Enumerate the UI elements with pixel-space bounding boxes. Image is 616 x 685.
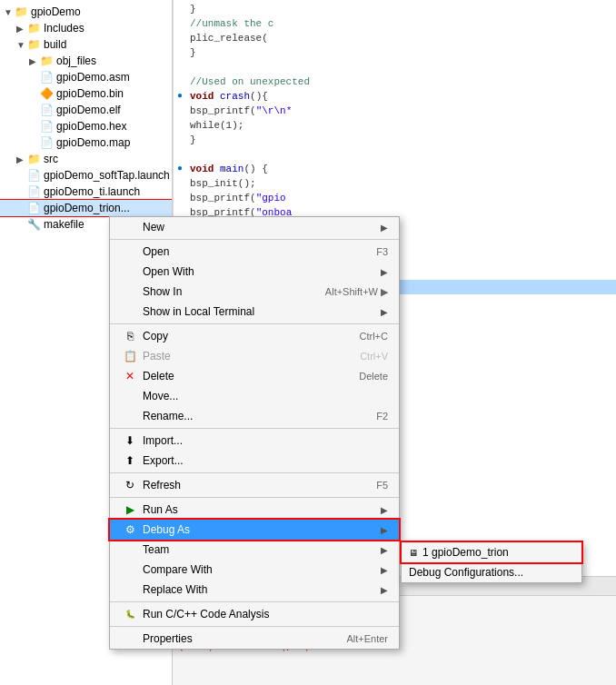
tree-item-obj-files[interactable]: ▶ 📁 obj_files <box>0 53 172 69</box>
menu-item-new[interactable]: New ▶ <box>110 217 399 237</box>
tree-item-bin[interactable]: ▶ 🔶 gpioDemo.bin <box>0 85 172 102</box>
code-line-crash: ● void crash(){ <box>174 91 616 105</box>
tree-item-src[interactable]: ▶ 📁 src <box>0 151 172 167</box>
submenu-item-debug-configs[interactable]: Debug Configurations... <box>402 562 581 582</box>
code-line: bsp_init(); <box>174 178 616 193</box>
expand-arrow: ▶ <box>16 154 25 164</box>
menu-label: Copy <box>143 330 342 342</box>
file-icon: 📄 <box>40 120 54 133</box>
tree-item-ti[interactable]: ▶ 📄 gpioDemo_ti.launch <box>0 184 172 200</box>
expand-arrow: ▼ <box>4 7 13 17</box>
tree-item-build[interactable]: ▼ 📁 build <box>0 36 172 53</box>
menu-item-run-analysis[interactable]: 🐛 Run C/C++ Code Analysis <box>110 604 399 624</box>
tree-item-hex[interactable]: ▶ 📄 gpioDemo.hex <box>0 118 172 134</box>
code-line: } <box>174 4 616 18</box>
menu-item-copy[interactable]: ⎘ Copy Ctrl+C <box>110 326 399 346</box>
run-icon: ▶ <box>121 503 139 516</box>
tree-label: gpioDemo.hex <box>56 120 126 133</box>
separator <box>110 626 399 627</box>
submenu-arrow: ▶ <box>381 223 388 233</box>
menu-label: Export... <box>143 454 388 467</box>
separator <box>110 601 399 602</box>
debug-as-submenu: 🖥 1 gpioDemo_trion Debug Configurations.… <box>401 541 582 583</box>
menu-label: Open With <box>143 265 381 278</box>
expand-arrow: ▶ <box>16 24 25 34</box>
file-icon: 🔶 <box>40 87 54 100</box>
line-marker: ● <box>177 164 190 174</box>
file-icon: 📄 <box>40 136 54 149</box>
menu-label: Run As <box>143 503 381 516</box>
menu-item-open-with[interactable]: Open With ▶ <box>110 262 399 282</box>
menu-item-rename[interactable]: Rename... F2 <box>110 406 399 426</box>
menu-item-run-as[interactable]: ▶ Run As ▶ <box>110 500 399 520</box>
tree-item-trion[interactable]: ▶ 📄 gpioDemo_trion... <box>0 200 172 216</box>
menu-item-show-local-terminal[interactable]: Show in Local Terminal ▶ <box>110 302 399 322</box>
tree-item-gpiodemo[interactable]: ▼ 📁 gpioDemo <box>0 4 172 20</box>
code-line: plic_release( <box>174 33 616 47</box>
folder-icon: 📁 <box>27 38 41 51</box>
code-line <box>174 62 616 76</box>
code-text: void main() { <box>190 164 612 174</box>
code-text: while(1); <box>190 120 612 131</box>
menu-item-properties[interactable]: Properties Alt+Enter <box>110 629 399 649</box>
tree-item-includes[interactable]: ▶ 📁 Includes <box>0 20 172 36</box>
folder-icon: 📁 <box>40 55 54 67</box>
file-icon: 📄 <box>40 104 54 116</box>
debug-config-icon: 🖥 <box>409 548 418 558</box>
code-text: } <box>190 134 612 145</box>
refresh-icon: ↻ <box>121 479 139 491</box>
menu-item-paste[interactable]: 📋 Paste Ctrl+V <box>110 346 399 366</box>
menu-item-export[interactable]: ⬆ Export... <box>110 451 399 471</box>
menu-item-move[interactable]: Move... <box>110 386 399 406</box>
tree-item-asm[interactable]: ▶ 📄 gpioDemo.asm <box>0 69 172 85</box>
separator <box>110 428 399 429</box>
code-text: } <box>190 47 612 58</box>
menu-label: Import... <box>143 434 388 447</box>
code-line: bsp_printf("gpio <box>174 193 616 207</box>
menu-label: Open <box>143 245 358 258</box>
menu-label: Properties <box>143 632 328 645</box>
tree-item-softtap[interactable]: ▶ 📄 gpioDemo_softTap.launch <box>0 167 172 184</box>
tree-label: gpioDemo_ti.launch <box>44 185 140 198</box>
tree-label: gpioDemo.asm <box>56 71 130 84</box>
menu-item-delete[interactable]: ✕ Delete Delete <box>110 366 399 386</box>
menu-item-team[interactable]: Team ▶ <box>110 540 399 560</box>
submenu-arrow: ▶ <box>381 545 388 555</box>
menu-item-replace-with[interactable]: Replace With ▶ <box>110 580 399 600</box>
menu-item-refresh[interactable]: ↻ Refresh F5 <box>110 475 399 495</box>
code-line: //unmask the c <box>174 18 616 33</box>
menu-item-debug-as[interactable]: ⚙ Debug As ▶ <box>110 520 399 540</box>
folder-icon: 📁 <box>27 153 41 165</box>
expand-arrow: ▶ <box>29 56 38 66</box>
tree-label: gpioDemo_softTap.launch <box>44 169 170 182</box>
submenu-item-debug-trion[interactable]: 🖥 1 gpioDemo_trion <box>402 542 581 562</box>
menu-label: Run C/C++ Code Analysis <box>143 608 388 620</box>
menu-label: New <box>143 221 381 233</box>
menu-label: Refresh <box>143 479 358 491</box>
shortcut-label: F5 <box>376 480 388 491</box>
tree-item-elf[interactable]: ▶ 📄 gpioDemo.elf <box>0 102 172 118</box>
menu-item-open[interactable]: Open F3 <box>110 242 399 262</box>
separator <box>110 239 399 240</box>
submenu-arrow: ▶ <box>381 307 388 317</box>
menu-item-import[interactable]: ⬇ Import... <box>110 431 399 451</box>
delete-icon: ✕ <box>121 370 139 382</box>
menu-label: Show in Local Terminal <box>143 305 381 318</box>
submenu-label: 1 gpioDemo_trion <box>422 546 509 559</box>
menu-label: Show In <box>143 285 307 298</box>
expand-arrow: ▼ <box>16 40 25 50</box>
file-icon: 📄 <box>27 169 41 182</box>
paste-icon: 📋 <box>121 350 139 362</box>
tree-item-map[interactable]: ▶ 📄 gpioDemo.map <box>0 134 172 151</box>
file-icon: 📄 <box>27 185 41 198</box>
tree-label: src <box>44 153 58 165</box>
code-text: } <box>190 4 612 15</box>
menu-item-show-in[interactable]: Show In Alt+Shift+W ▶ <box>110 282 399 302</box>
code-line: } <box>174 134 616 149</box>
menu-label: Team <box>143 543 381 556</box>
menu-item-compare-with[interactable]: Compare With ▶ <box>110 560 399 580</box>
tree-label: obj_files <box>56 55 96 67</box>
code-text: void crash(){ <box>190 91 612 102</box>
code-line: } <box>174 47 616 62</box>
code-line: while(1); <box>174 120 616 134</box>
